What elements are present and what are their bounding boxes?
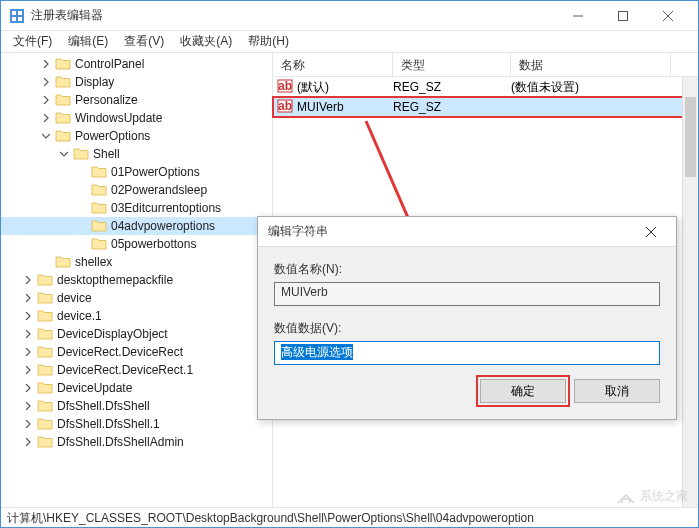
- folder-icon: [53, 128, 75, 145]
- tree-item[interactable]: desktopthemepackfile: [1, 271, 272, 289]
- tree-panel[interactable]: ControlPanelDisplayPersonalizeWindowsUpd…: [1, 53, 273, 507]
- chevron-right-icon[interactable]: [21, 327, 35, 341]
- tree-item[interactable]: WindowsUpdate: [1, 109, 272, 127]
- tree-item[interactable]: 01PowerOptions: [1, 163, 272, 181]
- tree-item[interactable]: device: [1, 289, 272, 307]
- tree-item-label: DeviceUpdate: [57, 381, 132, 395]
- col-type[interactable]: 类型: [393, 53, 511, 76]
- col-data[interactable]: 数据: [511, 53, 671, 76]
- chevron-none: [75, 201, 89, 215]
- tree-item-label: DeviceDisplayObject: [57, 327, 168, 341]
- list-row[interactable]: ab(默认)REG_SZ(数值未设置): [273, 77, 698, 97]
- value-name-label: 数值名称(N):: [274, 261, 660, 278]
- menu-favorites[interactable]: 收藏夹(A): [172, 31, 240, 52]
- chevron-right-icon[interactable]: [21, 417, 35, 431]
- value-data: (数值未设置): [511, 79, 671, 96]
- menu-help[interactable]: 帮助(H): [240, 31, 297, 52]
- tree-item[interactable]: Shell: [1, 145, 272, 163]
- chevron-right-icon[interactable]: [21, 363, 35, 377]
- svg-rect-6: [618, 11, 627, 20]
- menu-file[interactable]: 文件(F): [5, 31, 60, 52]
- tree-item[interactable]: 04advpoweroptions: [1, 217, 272, 235]
- list-row[interactable]: abMUIVerbREG_SZ: [273, 97, 698, 117]
- folder-icon: [89, 218, 111, 235]
- tree-item[interactable]: Display: [1, 73, 272, 91]
- chevron-right-icon[interactable]: [21, 435, 35, 449]
- tree-item-label: DeviceRect.DeviceRect.1: [57, 363, 193, 377]
- tree-item-label: Display: [75, 75, 114, 89]
- svg-text:ab: ab: [278, 99, 292, 113]
- tree-item[interactable]: DfsShell.DfsShellAdmin: [1, 433, 272, 451]
- menu-view[interactable]: 查看(V): [116, 31, 172, 52]
- chevron-down-icon[interactable]: [39, 129, 53, 143]
- ok-button[interactable]: 确定: [480, 379, 566, 403]
- folder-icon: [89, 182, 111, 199]
- chevron-down-icon[interactable]: [57, 147, 71, 161]
- tree-item[interactable]: DeviceUpdate: [1, 379, 272, 397]
- dialog-title-bar[interactable]: 编辑字符串: [258, 217, 676, 247]
- tree-item[interactable]: DeviceRect.DeviceRect: [1, 343, 272, 361]
- tree-item[interactable]: DeviceDisplayObject: [1, 325, 272, 343]
- chevron-none: [75, 219, 89, 233]
- svg-rect-2: [18, 11, 22, 15]
- folder-icon: [35, 380, 57, 397]
- tree-item[interactable]: device.1: [1, 307, 272, 325]
- dialog-title: 编辑字符串: [268, 223, 636, 240]
- cancel-button[interactable]: 取消: [574, 379, 660, 403]
- maximize-button[interactable]: [600, 2, 645, 30]
- tree-item-label: 01PowerOptions: [111, 165, 200, 179]
- chevron-right-icon[interactable]: [21, 309, 35, 323]
- tree-item[interactable]: PowerOptions: [1, 127, 272, 145]
- svg-rect-3: [12, 17, 16, 21]
- window-title: 注册表编辑器: [31, 7, 555, 24]
- value-data-label: 数值数据(V):: [274, 320, 660, 337]
- chevron-right-icon[interactable]: [21, 345, 35, 359]
- tree-item[interactable]: Personalize: [1, 91, 272, 109]
- chevron-right-icon[interactable]: [39, 93, 53, 107]
- folder-icon: [35, 344, 57, 361]
- chevron-right-icon[interactable]: [39, 111, 53, 125]
- tree-item[interactable]: DfsShell.DfsShell.1: [1, 415, 272, 433]
- chevron-none: [75, 165, 89, 179]
- chevron-right-icon[interactable]: [21, 399, 35, 413]
- tree-item[interactable]: shellex: [1, 253, 272, 271]
- folder-icon: [53, 254, 75, 271]
- tree-item-label: PowerOptions: [75, 129, 150, 143]
- folder-icon: [35, 434, 57, 451]
- folder-icon: [53, 56, 75, 73]
- tree-item-label: DfsShell.DfsShell: [57, 399, 150, 413]
- chevron-right-icon[interactable]: [21, 273, 35, 287]
- dialog-close-button[interactable]: [636, 218, 666, 246]
- scrollbar-vertical[interactable]: [682, 77, 698, 507]
- chevron-right-icon[interactable]: [21, 381, 35, 395]
- value-name-field[interactable]: MUIVerb: [274, 282, 660, 306]
- tree-item-label: Shell: [93, 147, 120, 161]
- chevron-right-icon[interactable]: [39, 75, 53, 89]
- value-data-field[interactable]: 高级电源选项: [274, 341, 660, 365]
- tree-item-label: 03Editcurrentoptions: [111, 201, 221, 215]
- close-button[interactable]: [645, 2, 690, 30]
- svg-rect-1: [12, 11, 16, 15]
- menu-edit[interactable]: 编辑(E): [60, 31, 116, 52]
- chevron-right-icon[interactable]: [21, 291, 35, 305]
- chevron-none: [75, 237, 89, 251]
- minimize-button[interactable]: [555, 2, 600, 30]
- tree-item[interactable]: 05powerbottons: [1, 235, 272, 253]
- tree-item[interactable]: 03Editcurrentoptions: [1, 199, 272, 217]
- menu-bar: 文件(F) 编辑(E) 查看(V) 收藏夹(A) 帮助(H): [1, 31, 698, 53]
- tree-item[interactable]: DfsShell.DfsShell: [1, 397, 272, 415]
- tree-item-label: Personalize: [75, 93, 138, 107]
- col-name[interactable]: 名称: [273, 53, 393, 76]
- tree-item[interactable]: 02Powerandsleep: [1, 181, 272, 199]
- scrollbar-thumb[interactable]: [685, 97, 696, 177]
- tree-item-label: WindowsUpdate: [75, 111, 162, 125]
- tree-item-label: 04advpoweroptions: [111, 219, 215, 233]
- chevron-right-icon[interactable]: [39, 57, 53, 71]
- tree-item[interactable]: ControlPanel: [1, 55, 272, 73]
- folder-icon: [35, 416, 57, 433]
- tree-item-label: device: [57, 291, 92, 305]
- folder-icon: [35, 272, 57, 289]
- tree-item-label: DfsShell.DfsShellAdmin: [57, 435, 184, 449]
- tree-item[interactable]: DeviceRect.DeviceRect.1: [1, 361, 272, 379]
- tree-item-label: shellex: [75, 255, 112, 269]
